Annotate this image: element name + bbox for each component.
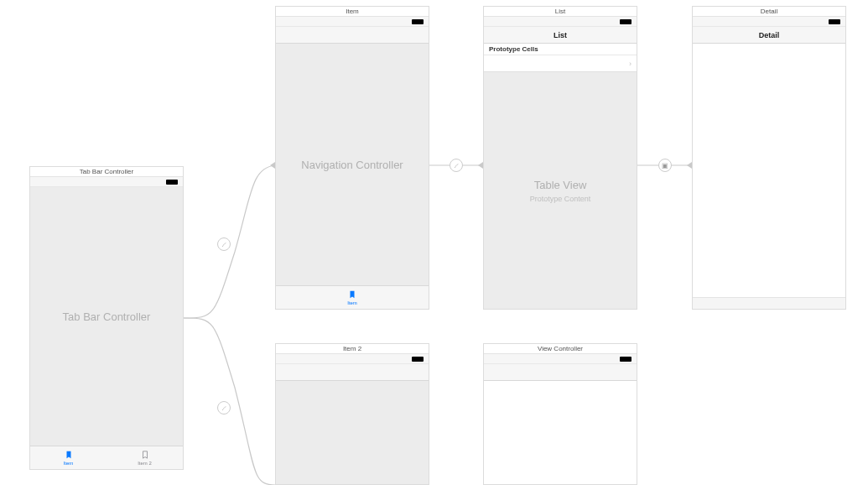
status-bar	[30, 177, 183, 187]
link-icon: ⟋	[221, 241, 227, 248]
scene-header: Item 2	[276, 344, 429, 354]
status-bar	[276, 17, 429, 27]
segue-relationship-icon[interactable]: ⟋	[217, 237, 231, 251]
scene-item[interactable]: Item Navigation Controller Item	[275, 6, 429, 310]
table-title: Table View	[534, 179, 587, 191]
scene-header: Item	[276, 7, 429, 17]
scene-header: Tab Bar Controller	[30, 167, 183, 177]
link-icon: ⟋	[453, 162, 460, 169]
battery-icon	[412, 357, 424, 362]
tab-label: Item	[347, 300, 357, 305]
status-bar	[484, 17, 637, 27]
content-area	[693, 44, 845, 297]
tab-item-1[interactable]: Item	[30, 446, 107, 469]
content-area	[276, 381, 429, 484]
segue-relationship-icon-2[interactable]: ⟋	[217, 401, 231, 415]
segue-show-icon[interactable]: ▣	[658, 159, 672, 172]
scene-item2[interactable]: Item 2	[275, 343, 429, 485]
placeholder-title: Tab Bar Controller	[63, 310, 151, 323]
placeholder-title: Navigation Controller	[301, 159, 403, 171]
scene-header: View Controller	[484, 344, 637, 354]
battery-icon	[620, 19, 632, 24]
battery-icon	[620, 357, 632, 362]
nav-bar-empty	[276, 364, 429, 381]
tab-label: Item 2	[138, 461, 152, 466]
table-subtitle: Prototype Content	[530, 195, 591, 203]
scene-header: Detail	[693, 7, 845, 17]
bookmark-icon	[347, 289, 357, 300]
scene-list[interactable]: List List Prototype Cells › Table View P…	[483, 6, 637, 310]
bookmark-icon	[64, 450, 74, 460]
nav-bar-empty	[484, 364, 637, 381]
battery-icon	[829, 19, 840, 24]
scene-tabbar[interactable]: Tab Bar Controller Tab Bar Controller It…	[29, 166, 184, 470]
tab-item-2[interactable]: Item 2	[107, 446, 183, 469]
content-area	[484, 381, 637, 484]
bottom-bar	[693, 297, 845, 309]
nav-bar: Detail	[693, 27, 845, 44]
nav-bar-empty	[276, 27, 429, 44]
prototype-cell[interactable]: ›	[484, 55, 637, 72]
link-icon: ⟋	[221, 404, 227, 412]
chevron-right-icon: ›	[629, 60, 632, 68]
prototype-cells-header: Prototype Cells	[484, 44, 637, 55]
scene-header: List	[484, 7, 637, 17]
status-bar	[693, 17, 845, 27]
table-body: Table View Prototype Content	[484, 72, 637, 309]
content-area: Navigation Controller	[276, 44, 429, 285]
tab-bar: Item Item 2	[30, 446, 183, 469]
segue-root-icon[interactable]: ⟋	[450, 159, 463, 172]
battery-icon	[412, 19, 424, 24]
scene-viewcontroller[interactable]: View Controller	[483, 343, 637, 485]
battery-icon	[166, 180, 178, 185]
tab-bar: Item	[276, 285, 429, 309]
content-area: Tab Bar Controller	[30, 187, 183, 446]
tab-label: Item	[64, 461, 74, 466]
scene-detail[interactable]: Detail Detail	[692, 6, 846, 310]
present-icon: ▣	[662, 162, 668, 169]
table-view[interactable]: Prototype Cells › Table View Prototype C…	[484, 44, 637, 309]
status-bar	[276, 354, 429, 364]
nav-bar: List	[484, 27, 637, 44]
status-bar	[484, 354, 637, 364]
bookmark-outline-icon	[140, 450, 150, 460]
